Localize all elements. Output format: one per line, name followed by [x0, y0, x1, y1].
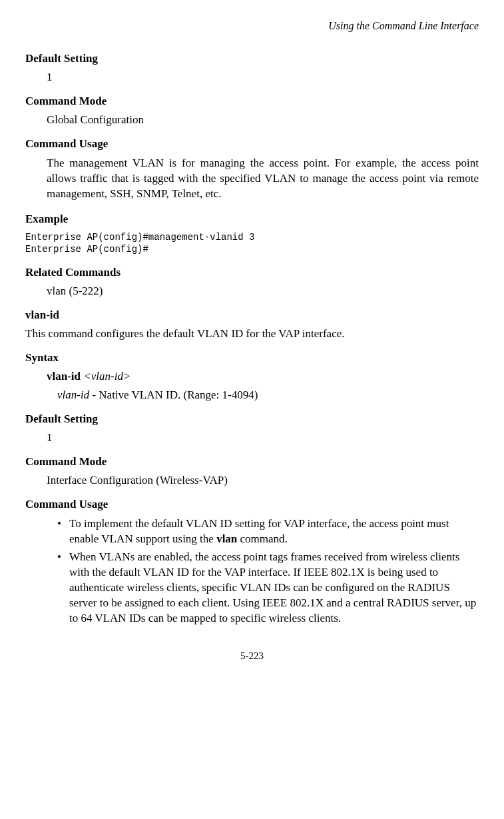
heading-vlan-id: vlan-id — [25, 309, 479, 322]
syntax-cmd-arg: <vlan-id> — [83, 370, 130, 383]
related-commands-value: vlan (5-222) — [47, 285, 479, 298]
command-usage-2-list: To implement the default VLAN ID setting… — [57, 516, 479, 626]
document-page: Using the Command Line Interface Default… — [0, 0, 504, 682]
command-usage-1-text: The management VLAN is for managing the … — [47, 156, 479, 202]
syntax-param-name: vlan-id — [57, 389, 89, 401]
page-header: Using the Command Line Interface — [25, 20, 479, 32]
heading-related-commands: Related Commands — [25, 266, 479, 279]
header-title: Using the Command Line Interface — [328, 20, 479, 31]
syntax-line: vlan-id <vlan-id> — [47, 370, 479, 383]
page-footer: 5-223 — [25, 650, 479, 662]
bullet-2-text: When VLANs are enabled, the access point… — [69, 550, 476, 624]
heading-command-mode-2: Command Mode — [25, 455, 479, 468]
heading-syntax: Syntax — [25, 351, 479, 365]
heading-default-setting-1: Default Setting — [25, 52, 479, 65]
heading-command-usage-1: Command Usage — [25, 137, 479, 151]
list-item: To implement the default VLAN ID setting… — [57, 516, 479, 547]
heading-command-usage-2: Command Usage — [25, 498, 479, 511]
syntax-param-desc: - Native VLAN ID. (Range: 1-4094) — [89, 389, 258, 401]
example-code: Enterprise AP(config)#management-vlanid … — [25, 231, 479, 255]
default-setting-2-value: 1 — [47, 431, 479, 444]
syntax-cmd-bold: vlan-id — [47, 370, 83, 383]
bullet-1-text-b: command. — [237, 532, 288, 545]
bullet-1-bold: vlan — [216, 532, 237, 545]
default-setting-1-value: 1 — [47, 71, 479, 84]
heading-default-setting-2: Default Setting — [25, 412, 479, 426]
command-mode-2-value: Interface Configuration (Wireless-VAP) — [47, 474, 479, 487]
list-item: When VLANs are enabled, the access point… — [57, 550, 479, 626]
vlan-id-description: This command configures the default VLAN… — [25, 327, 479, 341]
page-number: 5-223 — [240, 650, 264, 661]
heading-command-mode-1: Command Mode — [25, 95, 479, 108]
command-mode-1-value: Global Configuration — [47, 113, 479, 127]
heading-example: Example — [25, 213, 479, 226]
syntax-param-line: vlan-id - Native VLAN ID. (Range: 1-4094… — [57, 389, 479, 402]
